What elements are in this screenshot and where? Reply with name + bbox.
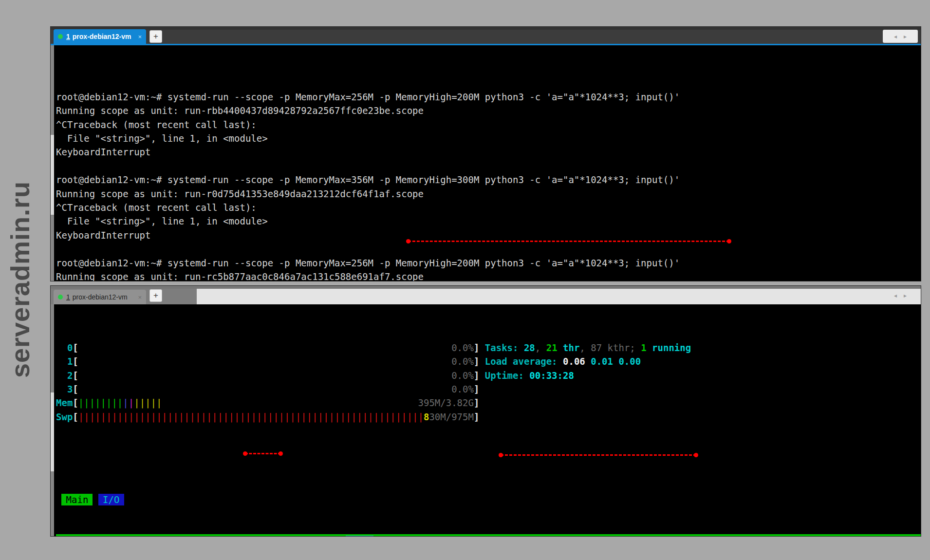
watermark: serveradmin.ru bbox=[5, 149, 39, 410]
terminal-line: root@debian12-vm:~# systemd-run --scope … bbox=[56, 173, 921, 187]
tab-close-icon[interactable]: × bbox=[138, 294, 142, 301]
active-tab-accent bbox=[51, 44, 921, 45]
htop-tab-i-o[interactable]: I/O bbox=[98, 494, 124, 505]
terminal-line: Running scope as unit: run-rbb4400437d89… bbox=[56, 104, 921, 117]
terminal-line: KeyboardInterrupt bbox=[56, 228, 921, 242]
scrollbar-thumb[interactable] bbox=[51, 392, 54, 471]
scrollbar bbox=[51, 45, 54, 281]
htop-view-tabs: MainI/O bbox=[56, 493, 921, 506]
terminal-line: Running scope as unit: run-r0d75d41353e8… bbox=[56, 187, 921, 201]
tab-bar: 1prox-debian12-vm × + ◂ ▸ bbox=[51, 27, 921, 45]
tab-scroll-arrows: ◂ ▸ bbox=[883, 30, 918, 43]
tab-bar: 1prox-debian12-vm × + ◂ ▸ bbox=[51, 286, 921, 304]
tab-close-icon[interactable]: × bbox=[138, 33, 142, 40]
htop-tab-main[interactable]: Main bbox=[61, 494, 93, 505]
annotation-underline-command bbox=[408, 241, 729, 242]
htop-stats-line: Uptime: 00:33:28 bbox=[479, 370, 574, 381]
annotation-underline-python3-cmd bbox=[501, 454, 696, 456]
scrollbar-thumb[interactable] bbox=[51, 135, 54, 215]
terminal-line: Running scope as unit: run-rc5b877aac0c8… bbox=[56, 270, 921, 281]
tab-index: 1 bbox=[66, 33, 70, 40]
terminal-window-top: 1prox-debian12-vm × + ◂ ▸ root@debian12-… bbox=[51, 27, 921, 281]
tab-title: prox-debian12-vm bbox=[73, 293, 128, 301]
process-table-header[interactable]: PID USER PRI NI VIRT RES SHR S CPU% MEM%… bbox=[56, 534, 921, 536]
terminal-window-bottom: 1prox-debian12-vm × + ◂ ▸ 0[0.0%] Tasks:… bbox=[51, 286, 921, 536]
tab-scroll-right-icon[interactable]: ▸ bbox=[904, 33, 907, 40]
terminal-line bbox=[56, 242, 921, 256]
terminal-line: ^CTraceback (most recent call last): bbox=[56, 201, 921, 214]
terminal-line: root@debian12-vm:~# systemd-run --scope … bbox=[56, 90, 921, 104]
tab-scroll-arrows: ◂ ▸ bbox=[883, 289, 918, 302]
htop-meter-row: Swp[||||||||||||||||||||||||||||||||||||… bbox=[56, 410, 921, 424]
tab-title: prox-debian12-vm bbox=[73, 33, 131, 40]
htop-spacer bbox=[56, 451, 921, 465]
terminal-line: KeyboardInterrupt bbox=[56, 145, 921, 159]
htop-stats-line: Tasks: 28, 21 thr, 87 kthr; 1 running bbox=[479, 342, 691, 353]
htop-stats-line: Load average: 0.06 0.01 0.00 bbox=[479, 356, 641, 367]
tab-label: 1prox-debian12-vm bbox=[66, 33, 131, 40]
tab-status-dot-icon bbox=[58, 34, 63, 39]
tab-bar-empty-area bbox=[197, 289, 921, 304]
terminal-output-top: root@debian12-vm:~# systemd-run --scope … bbox=[56, 90, 921, 281]
terminal-line: File "<string>", line 1, in <module> bbox=[56, 131, 921, 145]
tab-label: 1prox-debian12-vm bbox=[66, 293, 128, 301]
tab-prox-debian12-vm[interactable]: 1prox-debian12-vm × bbox=[54, 29, 146, 44]
tab-status-dot-icon bbox=[58, 295, 63, 299]
scrollbar bbox=[51, 304, 54, 536]
terminal-screen-top: root@debian12-vm:~# systemd-run --scope … bbox=[51, 45, 921, 281]
new-tab-button[interactable]: + bbox=[149, 30, 162, 43]
htop-meter-row: 0[0.0%] Tasks: 28, 21 thr, 87 kthr; 1 ru… bbox=[56, 341, 921, 355]
sort-column-mem[interactable]: MEM%▽ bbox=[346, 536, 373, 536]
htop-meter-row: 1[0.0%] Load average: 0.06 0.01 0.00 bbox=[56, 355, 921, 368]
htop-content: 0[0.0%] Tasks: 28, 21 thr, 87 kthr; 1 ru… bbox=[56, 304, 921, 536]
terminal-content-top: root@debian12-vm:~# systemd-run --scope … bbox=[56, 45, 921, 281]
terminal-line: File "<string>", line 1, in <module> bbox=[56, 214, 921, 228]
terminal-line bbox=[56, 159, 921, 173]
htop-meter-row: Mem[|||||||||||||||395M/3.82G] bbox=[56, 396, 921, 410]
table-header-text: TIME+ Command bbox=[373, 536, 474, 536]
tab-scroll-right-icon[interactable]: ▸ bbox=[904, 292, 907, 299]
terminal-screen-bottom: 0[0.0%] Tasks: 28, 21 thr, 87 kthr; 1 ru… bbox=[51, 304, 921, 536]
table-header-text: PID USER PRI NI VIRT RES SHR S CPU% bbox=[56, 536, 346, 536]
tab-scroll-left-icon[interactable]: ◂ bbox=[894, 292, 897, 299]
terminal-line: root@debian12-vm:~# systemd-run --scope … bbox=[56, 256, 921, 270]
terminal-line: ^CTraceback (most recent call last): bbox=[56, 118, 921, 131]
tab-prox-debian12-vm[interactable]: 1prox-debian12-vm × bbox=[54, 290, 146, 304]
new-tab-button[interactable]: + bbox=[149, 289, 162, 302]
annotation-underline-res-202m bbox=[245, 453, 281, 454]
tab-index: 1 bbox=[66, 293, 70, 301]
htop-meter-row: 3[0.0%] bbox=[56, 382, 921, 396]
htop-meter-row: 2[0.0%] Uptime: 00:33:28 bbox=[56, 369, 921, 382]
htop-meters: 0[0.0%] Tasks: 28, 21 thr, 87 kthr; 1 ru… bbox=[56, 341, 921, 424]
tab-scroll-left-icon[interactable]: ◂ bbox=[894, 33, 897, 40]
